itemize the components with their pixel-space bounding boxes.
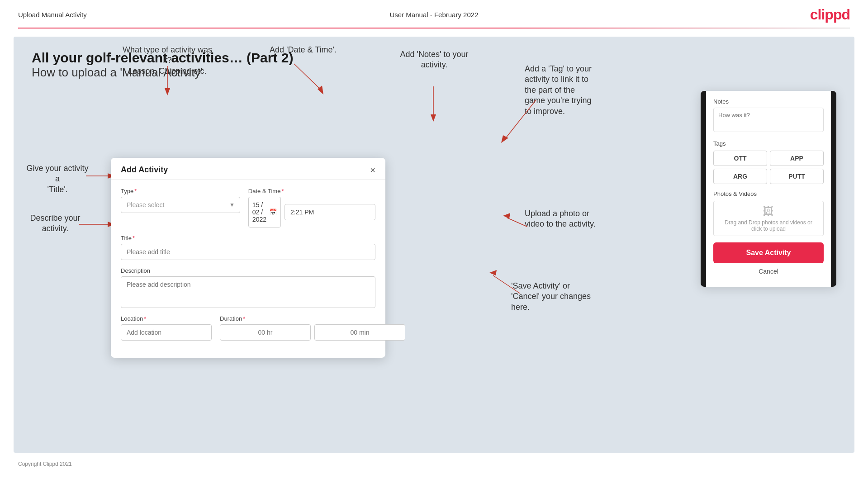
dialog-body: Type* Please select ▼ Date & Time*	[111, 180, 385, 358]
main-content: All your golf-relevant activities… (Part…	[14, 37, 854, 453]
title-group: Title*	[121, 235, 375, 260]
phone-left-bar	[701, 91, 706, 287]
annotation-type: What type of activity was it?Lesson, Chi…	[118, 45, 217, 76]
datetime-label: Date & Time*	[248, 188, 375, 194]
duration-inputs	[220, 324, 405, 341]
svg-marker-17	[501, 135, 508, 143]
annotation-notes: Add 'Notes' to youractivity.	[384, 49, 484, 71]
divider	[18, 28, 850, 28]
datetime-inputs: 15 / 02 / 2022 📅	[248, 197, 375, 227]
tags-label: Tags	[713, 140, 824, 147]
svg-marker-1	[165, 88, 170, 95]
photos-drop-zone[interactable]: 🖼 Drag and Drop photos and videos orclic…	[713, 201, 824, 236]
duration-hr-input[interactable]	[220, 324, 311, 341]
photos-label: Photos & Videos	[713, 190, 824, 197]
description-textarea[interactable]	[121, 276, 375, 308]
annotation-tag: Add a 'Tag' to youractivity to link it t…	[525, 64, 629, 117]
type-label: Type*	[121, 188, 240, 194]
form-row-4: Location* Duration*	[121, 315, 375, 341]
phone-inner: Notes Tags OTT APP ARG PUTT Photos & Vid…	[706, 91, 831, 287]
phone-panel: Notes Tags OTT APP ARG PUTT Photos & Vid…	[701, 91, 836, 287]
top-bar: Upload Manual Activity User Manual - Feb…	[0, 0, 868, 28]
tags-grid: OTT APP ARG PUTT	[713, 151, 824, 184]
cancel-link[interactable]: Cancel	[713, 268, 824, 280]
tag-putt[interactable]: PUTT	[770, 169, 824, 184]
logo: clippd	[810, 6, 850, 23]
page-title: Upload Manual Activity	[18, 11, 87, 19]
type-group: Type* Please select ▼	[121, 188, 240, 227]
manual-title: User Manual - February 2022	[390, 11, 479, 19]
copyright: Copyright Clippd 2021	[18, 461, 72, 467]
notes-textarea[interactable]	[713, 108, 824, 132]
add-activity-dialog: Add Activity × Type* Please select ▼	[111, 158, 385, 358]
type-select-wrapper: Please select ▼	[121, 197, 240, 213]
location-label: Location*	[121, 315, 212, 322]
svg-line-18	[507, 218, 527, 227]
dialog-header: Add Activity ×	[111, 158, 385, 180]
save-activity-button[interactable]: Save Activity	[713, 242, 824, 263]
description-group: Description	[121, 267, 375, 308]
annotation-save-cancel: 'Save Activity' or'Cancel' your changesh…	[511, 281, 620, 313]
svg-marker-21	[489, 270, 497, 275]
time-input[interactable]	[285, 204, 375, 220]
datetime-group: Date & Time* 15 / 02 / 2022 📅	[248, 188, 375, 227]
annotation-photo: Upload a photo orvideo to the activity.	[525, 208, 624, 230]
notes-label: Notes	[713, 98, 824, 105]
annotation-description: Describe youractivity.	[24, 213, 87, 234]
location-input[interactable]	[121, 324, 212, 341]
tags-section: Tags OTT APP ARG PUTT	[713, 140, 824, 184]
photos-section: Photos & Videos 🖼 Drag and Drop photos a…	[713, 190, 824, 236]
tag-arg[interactable]: ARG	[713, 169, 767, 184]
date-value: 15 / 02 / 2022	[252, 201, 266, 223]
duration-label: Duration*	[220, 315, 405, 322]
svg-marker-3	[318, 85, 323, 95]
annotation-datetime: Add 'Date & Time'.	[258, 45, 348, 55]
svg-marker-15	[431, 114, 436, 122]
phone-right-bar	[831, 91, 836, 287]
duration-group: Duration*	[220, 315, 405, 341]
tag-app[interactable]: APP	[770, 151, 824, 166]
title-label: Title*	[121, 235, 375, 242]
annotation-title: Give your activity a'Title'.	[24, 163, 91, 195]
svg-marker-19	[503, 213, 510, 218]
type-select[interactable]: Please select	[121, 197, 240, 213]
duration-min-input[interactable]	[314, 324, 405, 341]
tag-ott[interactable]: OTT	[713, 151, 767, 166]
form-row-1: Type* Please select ▼ Date & Time*	[121, 188, 375, 227]
description-label: Description	[121, 267, 375, 274]
close-button[interactable]: ×	[370, 166, 375, 175]
title-input[interactable]	[121, 244, 375, 260]
photo-icon: 🖼	[763, 205, 774, 218]
calendar-icon: 📅	[269, 208, 277, 216]
photos-drop-text: Drag and Drop photos and videos orclick …	[725, 219, 812, 232]
footer: Copyright Clippd 2021	[0, 457, 868, 471]
date-input[interactable]: 15 / 02 / 2022 📅	[248, 197, 281, 227]
location-group: Location*	[121, 315, 212, 341]
dialog-title: Add Activity	[121, 165, 168, 175]
